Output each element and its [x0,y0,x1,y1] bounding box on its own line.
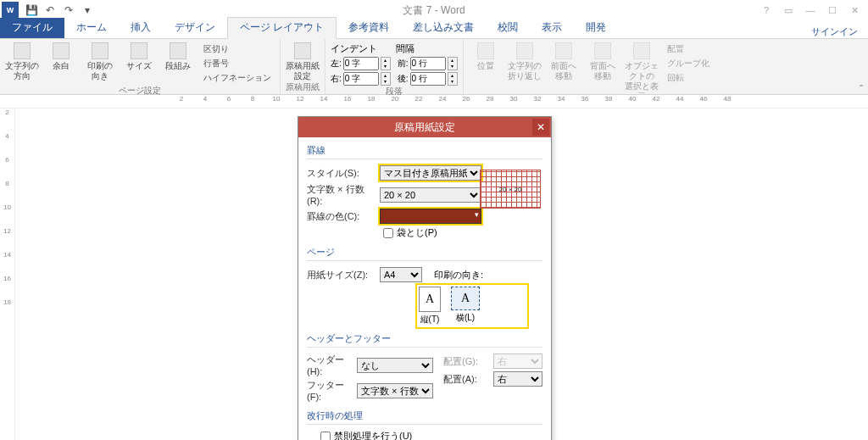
spacing-label: 間隔 [396,42,415,55]
ruler-tick: 38 [597,95,620,109]
group-page-setup: 文字列の 方向 余白 印刷の 向き サイズ 段組み 区切り 行番号 ハイフネーシ… [0,39,281,94]
ruler-tick: 12 [288,95,312,109]
align-a-select[interactable]: 右 [493,371,542,387]
tab-view[interactable]: 表示 [530,18,574,38]
close-icon[interactable]: ✕ [846,5,863,16]
ruler-v-tick: 16 [0,275,14,298]
orientation-button[interactable]: 印刷の 向き [83,42,117,81]
tab-file[interactable]: ファイル [0,18,64,38]
kinsoku-checkbox[interactable] [320,432,331,441]
ruler-tick: 32 [526,95,549,109]
ribbon-opts-icon[interactable]: ▭ [780,5,797,16]
ribbon: 文字列の 方向 余白 印刷の 向き サイズ 段組み 区切り 行番号 ハイフネーシ… [0,39,868,95]
selection-pane-button: オブジェクトの 選択と表示 [625,42,659,102]
ruler-v-tick: 6 [0,156,14,180]
vertical-ruler[interactable]: 24681012141618 [0,109,15,440]
orientation-portrait[interactable]: A縦(T) [419,287,441,326]
redo-icon[interactable]: ↷ [63,4,75,16]
ruler-tick: 6 [217,95,241,109]
tab-home[interactable]: ホーム [64,18,119,38]
save-icon[interactable]: 💾 [25,4,37,16]
grid-color-picker[interactable] [380,209,481,224]
wrap-text-button: 文字列の 折り返し [508,42,542,81]
group-arrange: 位置 文字列の 折り返し 前面へ 移動 背面へ 移動 オブジェクトの 選択と表示… [464,39,718,94]
ruler-tick: 4 [193,95,217,109]
breaks-button[interactable]: 区切り [200,42,275,56]
ruler-tick: 28 [478,95,502,109]
group-label-manuscript: 原稿用紙 [286,81,320,94]
ruler-tick: 14 [312,95,336,109]
ruler-tick: 26 [454,95,478,109]
tab-references[interactable]: 参考資料 [337,18,401,38]
sign-in-link[interactable]: サインイン [811,25,868,38]
maximize-icon[interactable]: ☐ [824,5,841,16]
group-manuscript: 原稿用紙 設定 原稿用紙 [281,39,326,94]
paper-size-select[interactable]: A4 [380,267,422,282]
ruler-tick: 24 [431,95,454,109]
ruler-tick: 22 [407,95,431,109]
orientation-group: A縦(T) A横(L) [417,285,527,327]
ruler-tick: 40 [620,95,644,109]
ribbon-tabs: ファイル ホーム 挿入 デザイン ページ レイアウト 参考資料 差し込み文書 校… [0,20,868,39]
line-numbers-button[interactable]: 行番号 [200,57,275,70]
ruler-v-tick: 2 [0,109,14,132]
spacing-before-input[interactable] [410,57,446,70]
spacing-after-input[interactable] [410,72,446,86]
orientation-landscape[interactable]: A横(L) [451,287,480,326]
ruler-v-tick: 10 [0,203,14,227]
rows-cols-select[interactable]: 20 × 20 [380,187,481,203]
ruler-tick: 2 [170,95,193,109]
size-button[interactable]: サイズ [122,42,156,71]
tab-mailings[interactable]: 差し込み文書 [401,18,486,38]
quick-access-toolbar: 💾 ↶ ↷ ▾ [25,4,93,16]
footer-select[interactable]: 文字数 × 行数 [357,383,433,398]
spacing-before-spinner[interactable]: ▴▾ [448,57,458,70]
tab-developer[interactable]: 開発 [574,18,618,38]
ruler-tick: 18 [359,95,383,109]
indent-right-input[interactable] [343,72,379,86]
ruler-v-tick: 4 [0,132,14,156]
tab-insert[interactable]: 挿入 [119,18,163,38]
document-title: 文書 7 - Word [403,3,465,18]
position-button: 位置 [469,42,503,71]
horizontal-ruler[interactable]: 2468101214161820222426283032343638404244… [0,95,868,109]
ruler-tick: 42 [644,95,668,109]
collapse-ribbon-icon[interactable]: ⌃ [858,83,865,92]
minimize-icon[interactable]: — [802,5,819,16]
dialog-title: 原稿用紙設定 ✕ [298,117,551,137]
dialog-close-icon[interactable]: ✕ [532,119,549,136]
indent-left-spinner[interactable]: ▴▾ [381,57,391,70]
header-select[interactable]: なし [357,358,433,373]
page-setup-stack: 区切り 行番号 ハイフネーション [200,42,275,85]
section-grid: 罫線 スタイル(S): マス目付き原稿用紙 文字数 × 行数(R): 20 × … [307,144,542,241]
columns-button[interactable]: 段組み [161,42,195,71]
window-controls: ? ▭ — ☐ ✕ [758,5,863,16]
booklet-checkbox[interactable] [383,228,393,238]
help-icon[interactable]: ? [758,5,775,16]
ruler-tick: 30 [502,95,526,109]
ruler-tick: 8 [241,95,264,109]
manuscript-settings-button[interactable]: 原稿用紙 設定 [286,42,320,81]
grid-preview: 20 × 20 [480,170,541,209]
ruler-v-tick: 12 [0,227,14,251]
spacing-after-spinner[interactable]: ▴▾ [448,72,458,86]
ruler-tick: 20 [383,95,407,109]
ruler-tick: 36 [573,95,597,109]
align-g-select: 右 [493,354,542,369]
group-paragraph: インデント 間隔 左:▴▾ 前:▴▾ 右:▴▾ 後:▴▾ 段落 [326,39,464,94]
tab-review[interactable]: 校閲 [486,18,530,38]
section-linebreak: 改行時の処理 禁則処理を行う(U) 句読点のぶら下げを行う(N) [307,409,542,440]
tab-page-layout[interactable]: ページ レイアウト [227,17,337,39]
text-direction-button[interactable]: 文字列の 方向 [5,42,39,81]
margins-button[interactable]: 余白 [44,42,78,71]
style-select[interactable]: マス目付き原稿用紙 [380,165,481,181]
tab-design[interactable]: デザイン [163,18,227,38]
indent-left-input[interactable] [343,57,379,70]
undo-icon[interactable]: ↶ [44,4,56,16]
ruler-tick: 48 [715,95,739,109]
hyphenation-button[interactable]: ハイフネーション [200,71,275,85]
indent-right-spinner[interactable]: ▴▾ [381,72,391,86]
qat-more-icon[interactable]: ▾ [81,4,93,16]
group-button: グループ化 [664,57,713,70]
ruler-v-tick: 18 [0,298,14,322]
